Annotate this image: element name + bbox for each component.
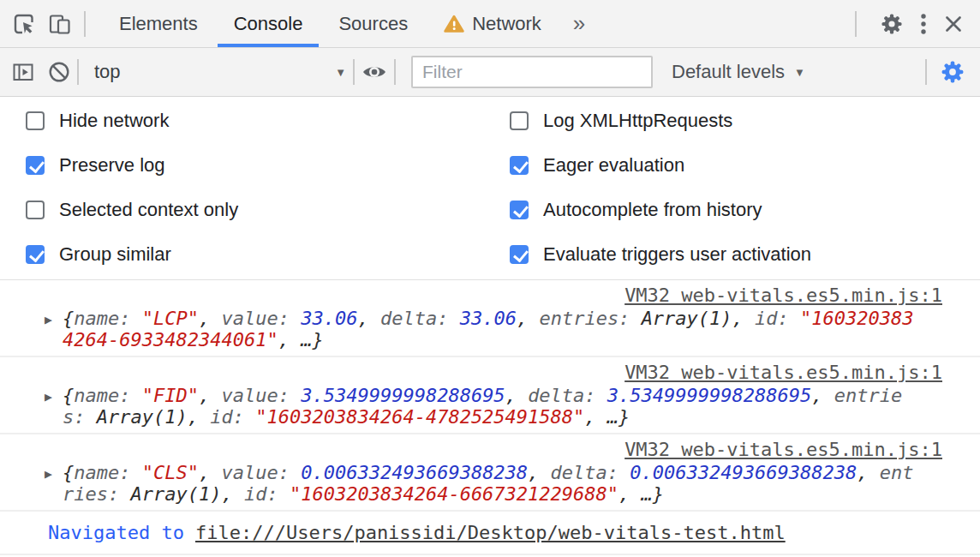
checkbox-label: Group similar: [59, 243, 171, 266]
checkbox-box[interactable]: [510, 156, 529, 175]
checkbox-autocomplete-from-history[interactable]: Autocomplete from history: [510, 197, 980, 223]
live-expression-eye-icon[interactable]: [362, 61, 387, 83]
console-toolbar-right: [918, 59, 965, 85]
navigation-message: Navigated to file:///Users/panissidi/Des…: [0, 512, 980, 555]
console-settings-gear-icon[interactable]: [941, 60, 965, 84]
filter-input[interactable]: [411, 56, 653, 88]
navigated-url-link[interactable]: file:///Users/panissidi/Desktop/web-vita…: [195, 520, 786, 545]
divider: [84, 11, 86, 37]
tab-elements[interactable]: Elements: [101, 0, 216, 47]
tab-label: Console: [234, 13, 303, 35]
chevron-down-icon: ▼: [335, 66, 346, 79]
divider: [353, 59, 355, 85]
checkbox-box[interactable]: [26, 156, 45, 175]
checkbox-label: Preserve log: [59, 154, 165, 177]
navigation-prefix: Navigated to: [48, 520, 184, 545]
settings-gear-icon[interactable]: [881, 13, 903, 35]
checkbox-label: Eager evaluation: [543, 154, 684, 177]
kebab-menu-icon[interactable]: [920, 12, 927, 36]
console-toolbar: top ▼ Default levels ▼: [0, 48, 980, 97]
source-link[interactable]: VM32 web-vitals.es5.min.js:1: [63, 360, 942, 385]
javascript-context-selector[interactable]: top ▼: [86, 61, 346, 83]
checkbox-selected-context-only[interactable]: Selected context only: [26, 197, 510, 223]
tab-bar-actions: [848, 11, 980, 37]
console-message-fid: VM32 web-vitals.es5.min.js:1 ▶ {name: "F…: [0, 357, 980, 434]
tab-sources[interactable]: Sources: [320, 0, 426, 47]
tab-label: Sources: [338, 13, 408, 35]
chevron-down-icon: ▼: [794, 66, 805, 79]
object-preview: {name: "LCP", value: 33.06, delta: 33.06…: [63, 308, 942, 350]
divider: [855, 11, 857, 37]
log-levels-label: Default levels: [672, 61, 785, 83]
checkbox-label: Selected context only: [59, 199, 238, 221]
object-preview: {name: "CLS", value: 0.00633249366938823…: [63, 462, 942, 505]
checkbox-group-similar[interactable]: Group similar: [26, 242, 510, 267]
more-tabs-button[interactable]: »: [559, 0, 599, 47]
log-levels-dropdown[interactable]: Default levels ▼: [672, 61, 805, 83]
warning-icon: [444, 15, 464, 33]
checkbox-evaluate-triggers-user-activation[interactable]: Evaluate triggers user activation: [510, 242, 980, 267]
checkbox-box[interactable]: [26, 111, 45, 130]
checkbox-box[interactable]: [510, 111, 529, 130]
checkbox-box[interactable]: [510, 201, 529, 219]
console-sidebar-toggle-icon[interactable]: [12, 61, 34, 83]
divider: [77, 59, 79, 85]
checkbox-label: Log XMLHttpRequests: [543, 110, 732, 132]
console-message-cls: VM32 web-vitals.es5.min.js:1 ▶ {name: "C…: [0, 434, 980, 512]
device-toolbar-icon[interactable]: [48, 12, 72, 36]
checkbox-label: Autocomplete from history: [543, 199, 762, 221]
checkbox-box[interactable]: [510, 245, 529, 264]
checkbox-label: Hide network: [59, 110, 169, 132]
expand-triangle-icon[interactable]: ▶: [45, 389, 52, 404]
console-message-lcp: VM32 web-vitals.es5.min.js:1 ▶ {name: "L…: [0, 280, 980, 357]
console-settings-pane: Hide network Log XMLHttpRequests Preserv…: [0, 97, 980, 280]
source-link[interactable]: VM32 web-vitals.es5.min.js:1: [63, 283, 942, 308]
checkbox-hide-network[interactable]: Hide network: [26, 108, 510, 134]
object-preview: {name: "FID", value: 3.5349999998288695,…: [63, 385, 942, 428]
checkbox-log-xmlhttprequests[interactable]: Log XMLHttpRequests: [510, 108, 980, 134]
close-icon[interactable]: [944, 15, 963, 33]
devtools-tab-bar: Elements Console Sources Network »: [0, 0, 980, 48]
divider: [394, 59, 396, 85]
clear-console-icon[interactable]: [48, 61, 70, 83]
source-link[interactable]: VM32 web-vitals.es5.min.js:1: [63, 437, 942, 462]
expand-triangle-icon[interactable]: ▶: [45, 466, 52, 482]
checkbox-eager-evaluation[interactable]: Eager evaluation: [510, 153, 980, 178]
panel-tabs: Elements Console Sources Network »: [101, 0, 599, 47]
checkbox-box[interactable]: [26, 245, 45, 264]
context-value: top: [94, 61, 121, 83]
tab-label: Network: [472, 13, 541, 35]
checkbox-label: Evaluate triggers user activation: [543, 243, 811, 266]
checkbox-box[interactable]: [26, 201, 45, 219]
console-messages: VM32 web-vitals.es5.min.js:1 ▶ {name: "L…: [0, 280, 980, 555]
divider: [925, 59, 927, 85]
tab-network[interactable]: Network: [426, 0, 559, 47]
tab-label: Elements: [119, 13, 198, 35]
expand-triangle-icon[interactable]: ▶: [45, 312, 52, 327]
checkbox-preserve-log[interactable]: Preserve log: [26, 153, 510, 178]
tab-console[interactable]: Console: [216, 0, 321, 47]
inspect-element-icon[interactable]: [12, 12, 36, 36]
